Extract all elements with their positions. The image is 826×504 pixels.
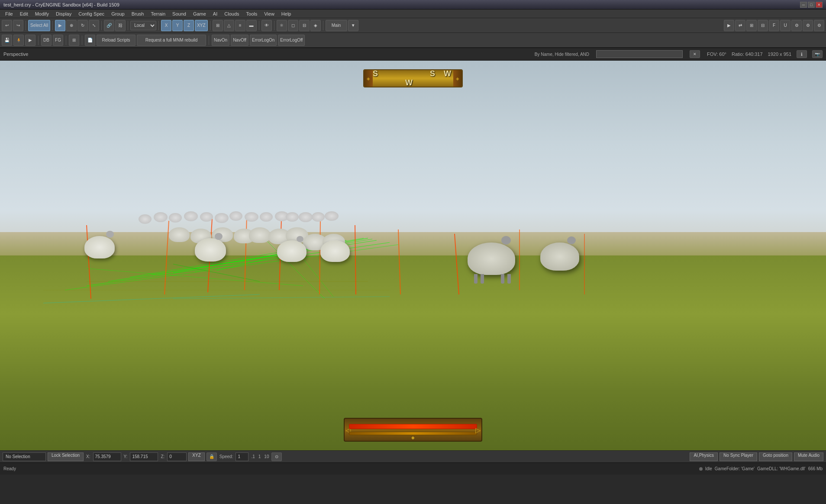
sheep-far-6 — [215, 213, 229, 223]
select-all-button[interactable]: Select All — [28, 20, 50, 31]
move-tool[interactable]: ⊕ — [66, 20, 77, 31]
search-clear-button[interactable]: ✕ — [690, 50, 700, 58]
goto-position-button[interactable]: Goto position — [759, 452, 792, 461]
separator-t2-2 — [66, 36, 66, 45]
menu-view[interactable]: View — [261, 10, 278, 17]
script-icon[interactable]: 📄 — [85, 35, 95, 46]
info-button[interactable]: ℹ — [797, 50, 807, 58]
sheep-far-8 — [245, 212, 258, 222]
menu-group[interactable]: Group — [108, 10, 128, 17]
menu-game[interactable]: Game — [190, 10, 210, 17]
lock-icon[interactable]: 🔒 — [206, 452, 217, 461]
angle-button[interactable]: △ — [224, 20, 234, 31]
ai-physics-button[interactable]: AI,Physics — [690, 452, 718, 461]
sheep-mid-5 — [249, 227, 271, 243]
compass-hud: ◈ ◈ S SW W — [363, 69, 463, 87]
camera-button[interactable]: 📷 — [812, 50, 823, 58]
sheep-far-9 — [260, 212, 273, 222]
coord-system-select[interactable]: Local World Parent — [130, 21, 156, 30]
align-button[interactable]: ≡ — [235, 20, 245, 31]
rotate-tool[interactable]: ↻ — [77, 20, 88, 31]
redo-button[interactable]: ↪ — [13, 20, 23, 31]
menu-file[interactable]: File — [2, 10, 16, 17]
separator-t2-3 — [82, 36, 82, 45]
character-button[interactable]: 🧍 — [13, 35, 24, 46]
u-button[interactable]: U — [780, 20, 791, 31]
selection-tool[interactable]: ◻ — [288, 20, 298, 31]
mute-audio-button[interactable]: Mute Audio — [794, 452, 823, 461]
menu-terrain[interactable]: Terrain — [147, 10, 169, 17]
axis-xyz-button[interactable]: XYZ — [195, 20, 207, 31]
separator2 — [52, 21, 53, 30]
viewport-search-input[interactable] — [596, 50, 683, 58]
menu-clouds[interactable]: Clouds — [221, 10, 242, 17]
reload-scripts-button[interactable]: Reload Scripts — [97, 35, 136, 46]
error-log-on-button[interactable]: ErrorLogOn — [250, 35, 277, 46]
maximize-button[interactable]: □ — [808, 2, 815, 8]
statusbar: No Selection Lock Selection X: Y: Z: XYZ… — [0, 450, 826, 462]
play-button[interactable]: ▶ — [724, 20, 734, 31]
no-sync-player-button[interactable]: No Sync Player — [720, 452, 757, 461]
terrain-align-button[interactable]: ▬ — [246, 20, 257, 31]
db-button[interactable]: DB — [41, 35, 52, 46]
hud-bar: ◁ ▷ ◆ — [344, 418, 482, 442]
speed-icon[interactable]: ⊙ — [271, 452, 282, 461]
main-viewport-button[interactable]: Main — [326, 20, 347, 31]
settings1-button[interactable]: ⚙ — [791, 20, 802, 31]
menu-sound[interactable]: Sound — [169, 10, 190, 17]
save-button[interactable]: 💾 — [2, 35, 12, 46]
expand-button[interactable]: ▼ — [348, 20, 358, 31]
grid-button[interactable]: ⊞ — [213, 20, 223, 31]
axis-z-button[interactable]: Z — [184, 20, 194, 31]
coord-x-input[interactable] — [93, 452, 121, 461]
menu-brush[interactable]: Brush — [128, 10, 148, 17]
settings3-button[interactable]: ⚙ — [814, 20, 824, 31]
layer2-button[interactable]: ⊟ — [758, 20, 768, 31]
menu-ai[interactable]: AI — [210, 10, 221, 17]
sheep-near-3 — [277, 240, 307, 262]
error-log-off-button[interactable]: ErrorLogOff — [278, 35, 305, 46]
grid2-button[interactable]: ⊞ — [746, 20, 757, 31]
menu-modify[interactable]: Modify — [32, 10, 52, 17]
ratio-label: Ratio: 640:317 — [732, 52, 763, 57]
axis-x-button[interactable]: X — [161, 20, 171, 31]
close-button[interactable]: ✕ — [816, 2, 823, 8]
layer-tool[interactable]: ⊟ — [299, 20, 310, 31]
coord-z-input[interactable] — [167, 452, 187, 461]
settings2-button[interactable]: ⚙ — [803, 20, 813, 31]
menu-edit[interactable]: Edit — [16, 10, 32, 17]
physics-tool[interactable]: ⚛ — [277, 20, 287, 31]
lock-selection-button[interactable]: Lock Selection — [48, 452, 84, 461]
toolbar2: 💾 🧍 ▶ DB FG ⊞ 📄 Reload Scripts Request a… — [0, 33, 826, 48]
scale-tool[interactable]: ⤡ — [89, 20, 99, 31]
xyz-button[interactable]: XYZ — [188, 452, 204, 461]
menu-tools[interactable]: Tools — [243, 10, 261, 17]
undo-button[interactable]: ↩ — [2, 20, 12, 31]
menu-display[interactable]: Display — [52, 10, 75, 17]
object-tool[interactable]: ◈ — [310, 20, 321, 31]
request-mnm-button[interactable]: Request a full MNM rebuild — [137, 35, 206, 46]
f-button[interactable]: F — [769, 20, 779, 31]
sync-button[interactable]: ⇄ — [735, 20, 745, 31]
axis-y-button[interactable]: Y — [172, 20, 183, 31]
minimize-button[interactable]: ─ — [800, 2, 807, 8]
fg-button[interactable]: FG — [53, 35, 63, 46]
separator9 — [323, 21, 323, 30]
select-tool[interactable]: ▶ — [55, 20, 65, 31]
nav-on-button[interactable]: NavOn — [212, 35, 229, 46]
sheep-far-11 — [286, 212, 299, 222]
memory-label: 666 Mb — [808, 466, 823, 471]
anim-button[interactable]: ▶ — [25, 35, 35, 46]
titlebar: test_herd.cry - CryENGINE Sandbox [x64] … — [0, 0, 826, 10]
view-toggle-button[interactable]: 👁 — [261, 20, 272, 31]
coord-y-input[interactable] — [130, 452, 158, 461]
nav-off-button[interactable]: NavOff — [231, 35, 248, 46]
link-button[interactable]: 🔗 — [104, 20, 114, 31]
menu-config-spec[interactable]: Config Spec — [75, 10, 108, 17]
unlink-button[interactable]: ⛓ — [115, 20, 126, 31]
menu-help[interactable]: Help — [278, 10, 295, 17]
speed-mid: 1 — [258, 454, 262, 459]
layer-manager-button[interactable]: ⊞ — [69, 35, 79, 46]
viewport[interactable]: ◈ ◈ S SW W — [0, 61, 826, 450]
speed-input[interactable] — [236, 452, 248, 461]
